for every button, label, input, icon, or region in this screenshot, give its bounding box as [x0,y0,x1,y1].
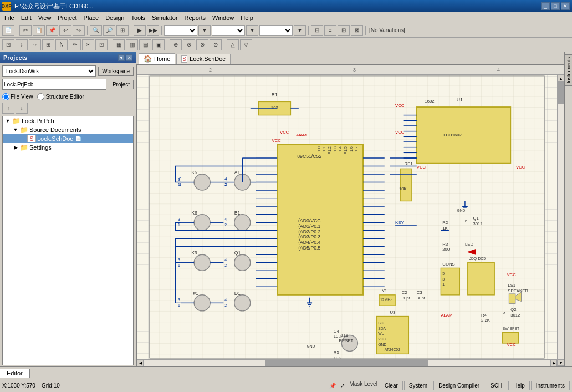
menu-view[interactable]: View [35,14,55,22]
workspace-dropdown[interactable]: Lock.DsnWrk [2,65,96,77]
tb2-btn2[interactable]: ↕ [16,39,28,50]
fileview-radio-label[interactable]: File View [2,93,33,100]
tb-dropdown-3[interactable] [259,25,293,36]
tb-fit-btn[interactable]: ⊞ [116,25,129,36]
tb-dd2-expand[interactable]: ▼ [246,25,258,36]
tb-dd1-expand[interactable]: ▼ [198,25,211,36]
menu-reports[interactable]: Reports [181,14,210,22]
menu-design[interactable]: Design [102,14,127,22]
scroll-track-h[interactable] [144,360,550,366]
svg-text:1: 1 [178,223,180,227]
tb2-btn1[interactable]: ⊡ [2,39,14,50]
menu-tools[interactable]: Tools [127,14,149,22]
tab-schdoc[interactable]: S Lock.SchDoc [176,54,230,64]
menu-simulator[interactable]: Simulator [149,14,181,22]
structure-radio-label[interactable]: Structure Editor [37,93,84,100]
system-button[interactable]: System [404,381,432,390]
instruments-button[interactable]: Instruments [531,381,570,390]
tb-extra-3[interactable]: ⊞ [338,25,350,36]
svg-point-83 [194,254,210,271]
editor-tab[interactable]: Editor [0,369,30,378]
clear-button[interactable]: Clear [380,381,403,390]
scroll-down-button[interactable]: ▼ [558,359,564,366]
scroll-right-button[interactable]: ▶ [550,360,557,366]
svg-rect-133 [468,263,494,295]
tb-extra-2[interactable]: ≡ [324,25,336,36]
tb2-btn9[interactable]: ▦ [113,39,125,50]
svg-text:3: 3 [442,277,445,281]
help-button[interactable]: Help [508,381,530,390]
design-compiler-button[interactable]: Design Compiler [433,381,484,390]
minimize-button[interactable]: _ [541,2,550,10]
project-button[interactable]: Project [109,80,134,89]
close-button[interactable]: ✕ [561,2,570,10]
tb2-btn8[interactable]: ⊡ [95,39,108,50]
tb-zoom-in-btn[interactable]: 🔍 [90,25,102,36]
structure-radio[interactable] [37,93,44,100]
tb-dropdown-2[interactable] [212,25,245,36]
tb-paste-btn[interactable]: 📌 [46,25,58,36]
project-input[interactable] [2,79,106,90]
menu-project[interactable]: Project [54,14,80,22]
scroll-track-v[interactable] [558,82,564,359]
panel-menu-btn[interactable]: ▼ [118,54,125,61]
tb2-btn11[interactable]: ▤ [139,39,151,50]
tb2-btn13[interactable]: ⊕ [170,39,182,50]
tb-extra-1[interactable]: ⊟ [311,25,323,36]
panel-tb-up[interactable]: ↑ [2,103,14,114]
tb-dropdown-1[interactable] [164,25,197,36]
tb-dd3-expand[interactable]: ▼ [294,25,306,36]
tb-copy-btn[interactable]: 📋 [33,25,45,36]
tb2-btn7[interactable]: ✂ [82,39,94,50]
panel-close-btn[interactable]: ✕ [126,54,132,61]
tree-item-source[interactable]: ▼ 📁 Source Documents [3,125,133,134]
panel-tb-dn[interactable]: ↓ [16,103,28,114]
tb2-btn17[interactable]: △ [227,39,239,50]
tb2-btn12[interactable]: ▣ [152,39,165,50]
menu-edit[interactable]: Edit [18,14,35,22]
menu-file[interactable]: File [1,14,18,22]
horizontal-scrollbar[interactable]: ◀ ▶ [137,359,557,366]
svg-text:3012: 3012 [510,313,520,318]
fileview-radio[interactable] [2,93,9,100]
schematic-canvas[interactable]: 2 3 4 (AD0/VCC (AD1/P0.1 [136,64,564,366]
tb2-btn15[interactable]: ⊗ [196,39,208,50]
menu-help[interactable]: Help [237,14,257,22]
scroll-thumb-h[interactable] [265,360,428,366]
tb2-btn5[interactable]: N [55,39,68,50]
maximize-button[interactable]: □ [551,2,560,10]
tb-new-btn[interactable]: 📄 [2,25,14,36]
tb-extra-4[interactable]: ⊠ [351,25,363,36]
tb2-btn6[interactable]: ✏ [69,39,81,50]
scroll-up-button[interactable]: ▲ [558,75,564,82]
tb2-btn14[interactable]: ⊘ [183,39,195,50]
menu-window[interactable]: Window [209,14,237,22]
scroll-left-button[interactable]: ◀ [137,360,144,366]
svg-text:RP1: RP1 [405,161,413,166]
tb-redo-btn[interactable]: ↪ [73,25,85,36]
tb-compile-btn[interactable]: ▶ [134,25,146,36]
svg-text:Q1: Q1 [473,216,478,221]
right-tab-instruments[interactable]: Instruments [565,54,573,86]
scroll-thumb-v[interactable] [558,82,564,104]
tb2-btn3[interactable]: ↔ [29,39,41,50]
tb-build-btn[interactable]: ▶▶ [147,25,159,36]
tree-item-project[interactable]: ▼ 📁 Lock.PrjPcb [3,116,133,125]
tb-undo-btn[interactable]: ↩ [59,25,72,36]
svg-text:P1.4: P1.4 [338,146,342,154]
menu-place[interactable]: Place [80,14,103,22]
tb-cut-btn[interactable]: ✂ [19,25,32,36]
tb2-btn10[interactable]: ▥ [126,39,138,50]
tb2-btn18[interactable]: ▽ [240,39,252,50]
tree-item-schdoc[interactable]: S Lock.SchDoc 📄 [3,134,133,143]
tb2-btn16[interactable]: ⊙ [210,39,222,50]
workspace-button[interactable]: Workspace [98,67,134,76]
tab-home[interactable]: 🏠 Home [139,53,175,64]
sch-button[interactable]: SCH [486,381,507,390]
tree-item-settings[interactable]: ▶ 📁 Settings [3,143,133,152]
svg-text:2: 2 [224,303,227,307]
tree-label-project: Lock.PrjPcb [22,118,54,124]
vertical-scrollbar[interactable]: ▲ ▼ [557,75,564,366]
tb2-btn4[interactable]: ⊞ [42,39,54,50]
tb-zoom-out-btn[interactable]: 🔎 [103,25,115,36]
